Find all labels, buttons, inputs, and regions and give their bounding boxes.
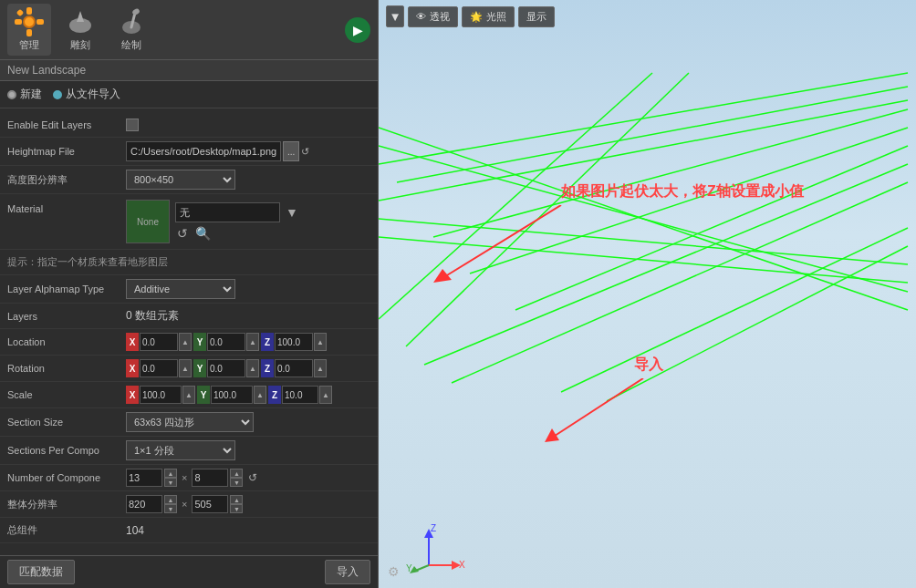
section-size-row: Section Size 63x63 四边形 127x127 四边形 bbox=[0, 408, 378, 437]
resolution-label: 高度图分辨率 bbox=[7, 173, 126, 187]
layer-alphamap-select[interactable]: Additive Weighted Blended bbox=[126, 279, 235, 299]
num-components-label: Number of Compone bbox=[7, 472, 126, 483]
total-components-row: 总组件 104 bbox=[0, 518, 378, 543]
viewport-expand-btn[interactable]: ▼ bbox=[386, 5, 404, 27]
location-x-input[interactable] bbox=[140, 333, 178, 351]
radio-new[interactable]: 新建 bbox=[7, 87, 42, 102]
overall-res-x-input[interactable] bbox=[126, 495, 162, 513]
viewport-perspective-btn[interactable]: 👁 透视 bbox=[408, 6, 458, 27]
tab-sculpt[interactable]: 雕刻 bbox=[58, 4, 102, 56]
annotation1-arrow bbox=[424, 205, 570, 296]
overall-res-y-up[interactable]: ▲ bbox=[230, 495, 243, 504]
rotation-x-label: X bbox=[126, 359, 139, 377]
num-comp-x-input[interactable] bbox=[126, 469, 162, 487]
num-comp-x-up[interactable]: ▲ bbox=[164, 469, 177, 478]
total-components-label: 总组件 bbox=[7, 523, 126, 537]
num-comp-x-spinners: ▲ ▼ bbox=[164, 469, 177, 487]
heightmap-file-row: Heightmap File ... ↺ bbox=[0, 138, 378, 166]
location-x-field: X ▲ bbox=[126, 333, 192, 351]
svg-text:Z: Z bbox=[431, 524, 436, 533]
scale-x-label: X bbox=[126, 386, 139, 404]
import-btn[interactable]: 导入 bbox=[325, 560, 370, 584]
overall-res-x-spinners: ▲ ▼ bbox=[164, 495, 177, 513]
scale-x-input[interactable] bbox=[140, 386, 182, 404]
material-search-btn[interactable]: 🔍 bbox=[193, 226, 213, 241]
tab-manage[interactable]: 管理 bbox=[7, 4, 51, 56]
layer-alphamap-label: Layer Alphamap Type bbox=[7, 284, 126, 294]
enable-edit-layers-checkbox[interactable] bbox=[126, 119, 139, 131]
material-preview[interactable]: None bbox=[126, 200, 170, 243]
scale-y-spinner[interactable]: ▲ bbox=[254, 386, 266, 404]
material-reset-btn[interactable]: ↺ bbox=[175, 226, 190, 241]
viewport-camera-icon[interactable]: ⚙ bbox=[388, 564, 400, 579]
svg-rect-3 bbox=[15, 19, 22, 25]
resolution-select[interactable]: 800×450 512×512 1024×1024 bbox=[126, 170, 235, 190]
num-comp-y-down[interactable]: ▼ bbox=[230, 478, 243, 487]
svg-line-16 bbox=[515, 146, 908, 310]
material-control: None ▼ ↺ 🔍 bbox=[126, 200, 370, 243]
radio-import[interactable]: 从文件导入 bbox=[53, 87, 120, 102]
viewport-lighting-btn[interactable]: 🌟 光照 bbox=[462, 6, 515, 27]
num-comp-x-down[interactable]: ▼ bbox=[164, 478, 177, 487]
rotation-control: X ▲ Y ▲ Z ▲ bbox=[126, 359, 370, 377]
tab-paint-label: 绘制 bbox=[121, 38, 141, 52]
scale-label: Scale bbox=[7, 389, 126, 400]
rotation-z-input[interactable] bbox=[275, 359, 313, 377]
sections-per-row: Sections Per Compo 1×1 分段 2×2 分段 bbox=[0, 437, 378, 465]
section-size-control: 63x63 四边形 127x127 四边形 bbox=[126, 412, 370, 432]
svg-line-27 bbox=[442, 205, 561, 278]
material-dropdown-row: ▼ bbox=[175, 202, 300, 222]
location-z-input[interactable] bbox=[275, 333, 313, 351]
scale-y-input[interactable] bbox=[211, 386, 253, 404]
annotation2-arrow bbox=[543, 378, 652, 451]
num-comp-refresh-icon[interactable]: ↺ bbox=[248, 471, 257, 484]
material-action-row: ↺ 🔍 bbox=[175, 226, 300, 241]
axis-svg: Z X Y bbox=[406, 524, 470, 574]
heightmap-refresh-icon[interactable]: ↺ bbox=[301, 146, 309, 158]
num-comp-y-up[interactable]: ▲ bbox=[230, 469, 243, 478]
overall-res-y-input[interactable] bbox=[192, 495, 228, 513]
scale-y-field: Y ▲ bbox=[197, 386, 266, 404]
overall-res-y-down[interactable]: ▼ bbox=[230, 504, 243, 513]
location-x-label: X bbox=[126, 333, 139, 351]
heightmap-file-label: Heightmap File bbox=[7, 146, 126, 157]
section-size-select[interactable]: 63x63 四边形 127x127 四边形 bbox=[126, 412, 254, 432]
location-z-spinner[interactable]: ▲ bbox=[314, 333, 327, 351]
nav-arrow-icon: ▶ bbox=[353, 23, 363, 37]
location-y-spinner[interactable]: ▲ bbox=[246, 333, 259, 351]
material-name-input[interactable] bbox=[175, 202, 280, 222]
right-viewport: ▼ 👁 透视 🌟 光照 显示 如果图片起伏太大，将Z轴设置成小值 bbox=[379, 0, 916, 588]
overall-res-x-up[interactable]: ▲ bbox=[164, 495, 177, 504]
scale-y-label: Y bbox=[197, 386, 210, 404]
fit-data-btn[interactable]: 匹配数据 bbox=[7, 560, 75, 584]
rotation-y-spinner[interactable]: ▲ bbox=[246, 359, 259, 377]
rotation-y-input[interactable] bbox=[207, 359, 245, 377]
radio-row: 新建 从文件导入 bbox=[0, 81, 378, 108]
heightmap-file-input[interactable] bbox=[126, 141, 281, 161]
num-components-row: Number of Compone ▲ ▼ × ▲ ▼ bbox=[0, 465, 378, 491]
location-y-input[interactable] bbox=[207, 333, 245, 351]
svg-point-0 bbox=[24, 16, 35, 27]
rotation-x-spinner[interactable]: ▲ bbox=[179, 359, 192, 377]
rotation-row: Rotation X ▲ Y ▲ bbox=[0, 356, 378, 382]
location-x-spinner[interactable]: ▲ bbox=[179, 333, 192, 351]
tab-paint[interactable]: 绘制 bbox=[109, 4, 153, 56]
num-components-inputs: ▲ ▼ × ▲ ▼ ↺ bbox=[126, 469, 257, 487]
location-z-label: Z bbox=[261, 333, 274, 351]
scale-x-spinner[interactable]: ▲ bbox=[182, 386, 195, 404]
scale-z-input[interactable] bbox=[282, 386, 318, 404]
left-panel: 管理 雕刻 绘制 bbox=[0, 0, 379, 588]
heightmap-browse-btn[interactable]: ... bbox=[283, 141, 299, 161]
nav-arrow-btn[interactable]: ▶ bbox=[345, 17, 370, 43]
rotation-x-input[interactable] bbox=[140, 359, 178, 377]
overall-res-label: 整体分辨率 bbox=[7, 498, 126, 511]
hint-text-content: 提示：指定一个材质来查看地形图层 bbox=[7, 256, 168, 267]
viewport-display-btn[interactable]: 显示 bbox=[518, 6, 555, 27]
sections-per-select[interactable]: 1×1 分段 2×2 分段 bbox=[126, 440, 235, 460]
scale-z-spinner[interactable]: ▲ bbox=[319, 386, 332, 404]
rotation-z-spinner[interactable]: ▲ bbox=[314, 359, 327, 377]
material-dropdown-btn[interactable]: ▼ bbox=[284, 205, 300, 220]
scale-x-field: X ▲ bbox=[126, 386, 195, 404]
num-comp-y-input[interactable] bbox=[192, 469, 228, 487]
overall-res-x-down[interactable]: ▼ bbox=[164, 504, 177, 513]
